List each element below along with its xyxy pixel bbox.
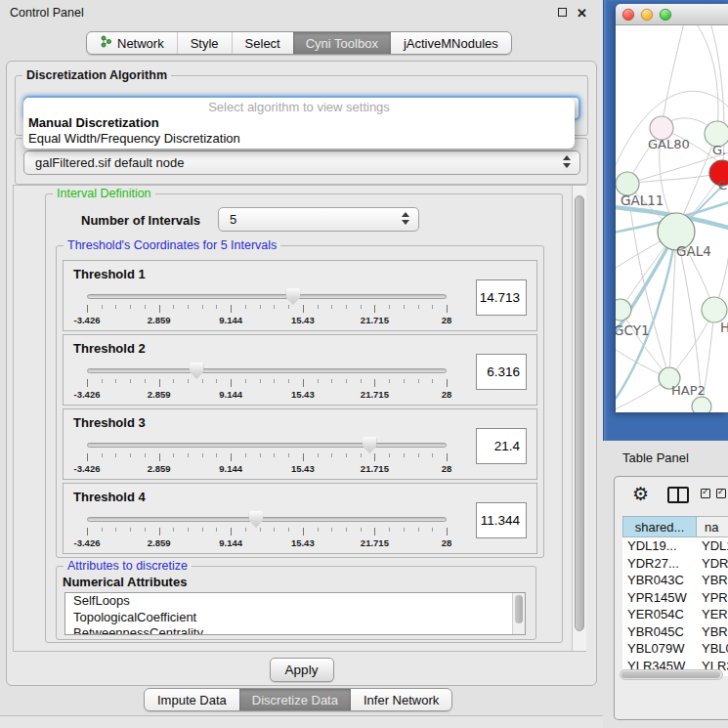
discretization-algorithm-group: Discretization Algorithm Select algorith… [15, 75, 588, 136]
slider-track[interactable] [87, 368, 447, 373]
table-row[interactable]: YBL079WYBL0 [622, 640, 728, 658]
threshold-value-field[interactable]: 11.344 [476, 502, 527, 538]
network-node-label: GAL80 [648, 137, 690, 151]
close-icon[interactable]: ✕ [577, 6, 587, 21]
slider-track[interactable] [87, 443, 447, 448]
threshold-value-field[interactable]: 6.316 [476, 354, 527, 390]
network-node-label: HAP2 [671, 383, 706, 398]
threshold-slider[interactable]: -3.4262.8599.14415.4321.71528 [87, 439, 447, 476]
network-icon [100, 35, 112, 51]
tab-select[interactable]: Select [232, 32, 293, 54]
group-title: Threshold's Coordinates for 5 Intervals [64, 238, 280, 252]
tab-network[interactable]: Network [87, 32, 177, 54]
threshold-row: Threshold 2-3.4262.8599.14415.4321.71528… [63, 334, 537, 406]
attribute-list-item[interactable]: TopologicalCoefficient [65, 610, 525, 626]
attribute-list-item[interactable]: SelfLoops [65, 593, 525, 610]
attributes-group: Attributes to discretize Numerical Attri… [56, 566, 536, 640]
close-traffic-light-icon[interactable] [622, 9, 634, 21]
slider-track[interactable] [87, 517, 447, 522]
zoom-traffic-light-icon[interactable] [660, 9, 671, 21]
network-node[interactable] [692, 397, 711, 412]
slider-ticks [87, 305, 447, 313]
table-cell[interactable]: YBR0 [697, 623, 728, 641]
scrollbar-thumb[interactable] [575, 195, 584, 631]
table-cell[interactable]: YPR1 [697, 589, 728, 607]
threshold-value-field[interactable]: 14.713 [476, 279, 527, 316]
slider-thumb[interactable] [190, 363, 204, 379]
table-row[interactable]: YPR145WYPR1 [622, 589, 728, 607]
settings-gear-icon[interactable]: ⚙ [632, 483, 649, 504]
threshold-slider[interactable]: -3.4262.8599.14415.4321.71528 [87, 364, 447, 402]
slider-ticks [87, 528, 447, 535]
slider-thumb[interactable] [285, 288, 300, 305]
table-cell[interactable]: YER054C [622, 606, 697, 623]
tab-jactivemnodules[interactable]: jActiveMNodules [391, 32, 511, 54]
threshold-label: Threshold 3 [73, 415, 146, 430]
column-header-shared-name[interactable]: shared... [622, 516, 697, 537]
node-attribute-table[interactable]: shared... na YDL19...YDL1YDR27...YDR2YBR… [622, 516, 728, 676]
algorithm-option[interactable]: Equal Width/Frequency Discretization [23, 131, 575, 147]
table-cell[interactable]: YPR145W [622, 589, 697, 607]
table-cell[interactable]: YBL0 [697, 640, 728, 658]
slider-track[interactable] [87, 294, 447, 299]
settings-viewport: Interval Definition Number of Intervals … [13, 185, 586, 652]
table-cell[interactable]: YDL1 [697, 537, 728, 555]
checkbox-icon[interactable] [701, 489, 710, 498]
top-tab-bar: NetworkStyleSelectCyni ToolboxjActiveMNo… [86, 31, 512, 55]
table-row[interactable]: YDL19...YDL1 [622, 537, 728, 555]
tab-infer-network[interactable]: Infer Network [351, 689, 451, 710]
network-canvas[interactable]: GAL80G.CGAL11GAL4GCY1HHAP2 [616, 25, 728, 412]
apply-button[interactable]: Apply [270, 658, 334, 682]
tab-discretize-data[interactable]: Discretize Data [239, 689, 351, 710]
network-edge[interactable] [627, 173, 722, 184]
checkbox-icon[interactable] [716, 489, 726, 498]
combobox-stepper-icon[interactable] [563, 155, 571, 168]
table-cell[interactable]: YDL19... [622, 537, 697, 555]
control-panel-body: Discretization Algorithm Select algorith… [6, 61, 597, 686]
numerical-attributes-list[interactable]: SelfLoopsTopologicalCoefficientBetweenne… [64, 592, 526, 635]
minimize-traffic-light-icon[interactable] [641, 9, 653, 21]
algorithm-option[interactable]: Manual Discretization [23, 115, 575, 131]
table-cell[interactable]: YBL079W [622, 640, 697, 658]
table-row[interactable]: YDR27...YDR2 [622, 555, 728, 573]
network-edge[interactable] [662, 25, 684, 128]
table-row[interactable]: YBR045CYBR0 [622, 623, 728, 641]
table-data-value: galFiltered.sif default node [35, 155, 184, 170]
attributes-scrollbar[interactable] [512, 593, 525, 634]
table-horizontal-scrollbar[interactable] [620, 669, 723, 680]
table-panel-window: ⚙ shared... na YDL19...YDL1YDR27...YDR2Y… [614, 476, 728, 720]
table-panel-titlebar: Table Panel [603, 441, 728, 474]
table-cell[interactable]: YBR0 [697, 572, 728, 589]
tab-impute-data[interactable]: Impute Data [145, 689, 239, 710]
column-layout-icon[interactable] [667, 487, 689, 503]
table-cell[interactable]: YDR27... [622, 555, 697, 573]
network-node-label: GAL4 [676, 243, 711, 259]
column-header-name[interactable]: na [697, 516, 728, 537]
table-cell[interactable]: YER0 [697, 606, 728, 623]
number-of-intervals-label: Number of Intervals [81, 213, 200, 228]
threshold-slider[interactable]: -3.4262.8599.14415.4321.71528 [87, 513, 447, 550]
threshold-value-field[interactable]: 21.4 [476, 428, 527, 464]
tab-cyni-toolbox[interactable]: Cyni Toolbox [293, 32, 391, 54]
settings-vertical-scrollbar[interactable] [572, 186, 586, 651]
slider-tick-labels: -3.4262.8599.14415.4321.71528 [87, 537, 447, 548]
dropdown-placeholder-option[interactable]: Select algorithm to view settings [23, 100, 575, 115]
attribute-list-item[interactable]: BetweennessCentrality [65, 625, 525, 635]
table-row[interactable]: YBR043CYBR0 [622, 572, 728, 589]
table-cell[interactable]: YDR2 [697, 555, 728, 573]
slider-thumb[interactable] [363, 437, 377, 453]
slider-thumb[interactable] [248, 511, 263, 528]
spinner-stepper-icon[interactable] [402, 212, 409, 225]
tab-style[interactable]: Style [177, 32, 232, 54]
threshold-slider[interactable]: -3.4262.8599.14415.4321.71528 [87, 290, 447, 327]
table-cell[interactable]: YBR043C [622, 572, 697, 589]
table-data-combobox[interactable]: galFiltered.sif default node [23, 150, 580, 175]
network-window-titlebar [616, 4, 728, 25]
table-cell[interactable]: YBR045C [622, 623, 697, 641]
scrollbar-thumb[interactable] [621, 671, 720, 678]
number-of-intervals-spinner[interactable]: 5 [218, 207, 419, 232]
float-icon[interactable] [558, 8, 567, 17]
table-row[interactable]: YER054CYER0 [622, 606, 728, 623]
network-view-window: GAL80G.CGAL11GAL4GCY1HHAP2 [616, 4, 728, 412]
network-node[interactable] [616, 299, 631, 321]
